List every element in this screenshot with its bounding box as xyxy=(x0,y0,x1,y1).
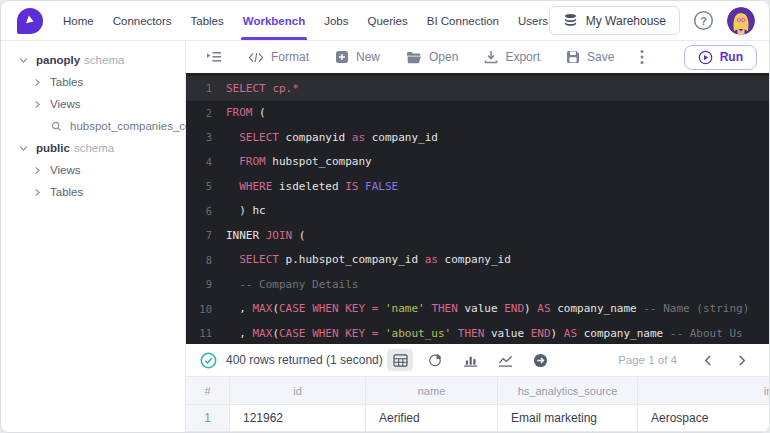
pie-chart-view-button[interactable] xyxy=(422,349,448,371)
code-line[interactable]: 2FROM ( xyxy=(186,101,769,126)
table-cell[interactable]: Aerified xyxy=(366,405,498,432)
code-text: INNER JOIN ( xyxy=(226,229,306,242)
search-icon xyxy=(51,121,62,132)
code-text: WHERE isdeleted IS FALSE xyxy=(226,180,398,193)
toggle-editor-list-button[interactable] xyxy=(206,50,222,64)
line-chart-icon xyxy=(498,354,513,367)
table-view-button[interactable] xyxy=(387,349,413,371)
topbar-right-cluster: My Warehouse ? xyxy=(549,6,755,35)
nav-item-users[interactable]: Users xyxy=(518,1,548,40)
table-body: 1121962AerifiedEmail marketingAerospace xyxy=(186,405,769,432)
column-header-index[interactable]: # xyxy=(186,377,230,405)
result-view-switcher xyxy=(387,349,553,371)
panoply-logo-icon[interactable] xyxy=(17,8,43,34)
nav-item-queries[interactable]: Queries xyxy=(367,1,407,40)
sidebar-search-result[interactable]: hubspot_companies_cons... xyxy=(1,115,185,137)
save-floppy-icon xyxy=(566,50,580,64)
code-lines: 1SELECT cp.*2FROM (3 SELECT companyid as… xyxy=(186,76,769,344)
table-cell[interactable]: 121962 xyxy=(230,405,366,432)
my-warehouse-button[interactable]: My Warehouse xyxy=(549,6,680,35)
code-line[interactable]: 11 , MAX(CASE WHEN KEY = 'about_us' THEN… xyxy=(186,321,769,344)
results-toolbar: 400 rows returned (1 second) xyxy=(186,344,769,376)
more-options-button[interactable] xyxy=(640,49,644,65)
table-cell[interactable]: Email marketing xyxy=(498,405,638,432)
open-label: Open xyxy=(429,50,458,64)
nav-item-tables[interactable]: Tables xyxy=(191,1,224,40)
app-window: Home Connectors Tables Workbench Jobs Qu… xyxy=(0,0,770,433)
code-line[interactable]: 5 WHERE isdeleted IS FALSE xyxy=(186,174,769,199)
next-page-button[interactable] xyxy=(729,349,755,371)
new-file-icon xyxy=(335,50,349,64)
sidebar-item-public-views[interactable]: Views xyxy=(1,159,185,181)
forward-view-button[interactable] xyxy=(527,349,553,371)
code-line[interactable]: 8 SELECT p.hubspot_company_id as company… xyxy=(186,248,769,273)
line-number: 2 xyxy=(186,107,212,119)
line-number: 11 xyxy=(186,327,212,339)
user-avatar[interactable] xyxy=(727,7,755,35)
nav-item-bi-connection[interactable]: BI Connection xyxy=(427,1,499,40)
sidebar-schema-public[interactable]: publicschema xyxy=(1,137,185,159)
chevron-right-icon xyxy=(33,166,42,175)
table-header-row: #idnamehs_analytics_sourceindustry xyxy=(186,377,769,405)
bar-chart-view-button[interactable] xyxy=(457,349,483,371)
schema-sidebar: panoplyschema Tables Views hubspot_compa… xyxy=(1,41,186,432)
code-text: ) hc xyxy=(226,204,266,217)
table-icon xyxy=(393,354,408,367)
row-index-cell[interactable]: 1 xyxy=(186,405,230,432)
kebab-menu-icon xyxy=(640,49,644,65)
line-number: 3 xyxy=(186,131,212,143)
export-button[interactable]: Export xyxy=(484,50,540,64)
open-query-button[interactable]: Open xyxy=(406,50,458,64)
schema-name: publicschema xyxy=(36,142,114,154)
code-text: SELECT companyid as company_id xyxy=(226,131,438,144)
code-line[interactable]: 6 ) hc xyxy=(186,199,769,224)
code-text: FROM hubspot_company xyxy=(226,155,372,168)
svg-text:?: ? xyxy=(700,15,707,27)
content-area: panoplyschema Tables Views hubspot_compa… xyxy=(1,41,769,432)
line-number: 6 xyxy=(186,205,212,217)
format-button[interactable]: Format xyxy=(248,50,309,64)
editor-toolbar: Format New Open xyxy=(186,41,769,73)
new-query-button[interactable]: New xyxy=(335,50,380,64)
export-label: Export xyxy=(505,50,540,64)
save-button[interactable]: Save xyxy=(566,50,614,64)
my-warehouse-label: My Warehouse xyxy=(586,14,666,28)
column-header-hs_analytics_source[interactable]: hs_analytics_source xyxy=(498,377,638,405)
code-line[interactable]: 10 , MAX(CASE WHEN KEY = 'name' THEN val… xyxy=(186,297,769,322)
table-row: 1121962AerifiedEmail marketingAerospace xyxy=(186,405,769,432)
code-text: FROM ( xyxy=(226,106,266,119)
sidebar-schema-panoply[interactable]: panoplyschema xyxy=(1,49,185,71)
sidebar-item-panoply-views[interactable]: Views xyxy=(1,93,185,115)
sidebar-item-panoply-tables[interactable]: Tables xyxy=(1,71,185,93)
code-line[interactable]: 9 -- Company Details xyxy=(186,272,769,297)
nav-item-jobs[interactable]: Jobs xyxy=(324,1,348,40)
code-line[interactable]: 3 SELECT companyid as company_id xyxy=(186,125,769,150)
top-navigation-bar: Home Connectors Tables Workbench Jobs Qu… xyxy=(1,1,769,41)
line-number: 4 xyxy=(186,156,212,168)
sql-editor[interactable]: 1SELECT cp.*2FROM (3 SELECT companyid as… xyxy=(186,73,769,344)
code-text: , MAX(CASE WHEN KEY = 'name' THEN value … xyxy=(226,302,749,315)
code-line[interactable]: 1SELECT cp.* xyxy=(186,76,769,101)
line-number: 8 xyxy=(186,254,212,266)
code-line[interactable]: 4 FROM hubspot_company xyxy=(186,150,769,175)
logo-arrow-icon xyxy=(24,14,37,27)
sidebar-item-public-tables[interactable]: Tables xyxy=(1,181,185,203)
column-header-industry[interactable]: industry xyxy=(638,377,769,405)
chevron-right-icon xyxy=(33,78,42,87)
column-header-id[interactable]: id xyxy=(230,377,366,405)
results-table: #idnamehs_analytics_sourceindustry 11219… xyxy=(186,376,769,432)
save-label: Save xyxy=(587,50,614,64)
pagination: Page 1 of 4 xyxy=(618,349,755,371)
nav-item-home[interactable]: Home xyxy=(63,1,94,40)
code-line[interactable]: 7INNER JOIN ( xyxy=(186,223,769,248)
nav-item-connectors[interactable]: Connectors xyxy=(113,1,172,40)
run-button[interactable]: Run xyxy=(684,45,757,70)
column-header-name[interactable]: name xyxy=(366,377,498,405)
nav-item-workbench[interactable]: Workbench xyxy=(243,1,305,40)
tree-item-label: Views xyxy=(50,164,80,176)
line-chart-view-button[interactable] xyxy=(492,349,518,371)
bar-chart-icon xyxy=(463,354,478,367)
table-cell[interactable]: Aerospace xyxy=(638,405,769,432)
previous-page-button[interactable] xyxy=(695,349,721,371)
help-icon[interactable]: ? xyxy=(693,10,714,31)
